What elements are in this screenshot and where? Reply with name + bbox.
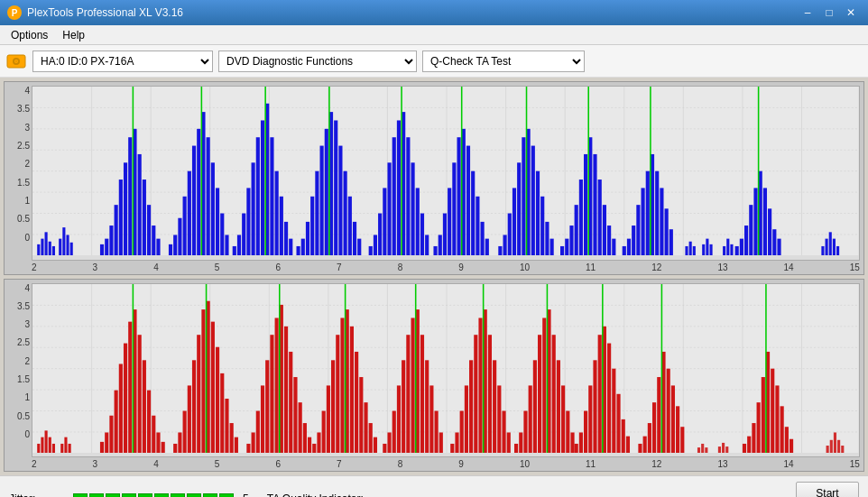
svg-rect-180 [693, 246, 696, 255]
svg-rect-315 [538, 335, 541, 453]
svg-rect-156 [627, 239, 631, 256]
svg-rect-54 [188, 171, 191, 256]
menu-options[interactable]: Options [4, 27, 55, 43]
function-select[interactable]: DVD Diagnostic Functions [218, 51, 417, 72]
svg-rect-96 [338, 146, 342, 256]
svg-rect-322 [570, 432, 574, 453]
svg-rect-357 [757, 402, 761, 453]
svg-rect-119 [448, 188, 451, 255]
svg-rect-246 [256, 410, 260, 453]
maximize-button[interactable]: □ [819, 5, 839, 21]
svg-rect-245 [252, 432, 255, 453]
svg-rect-163 [660, 188, 663, 255]
menu-help[interactable]: Help [55, 27, 92, 43]
svg-rect-352 [722, 442, 725, 452]
drive-select[interactable]: HA:0 ID:0 PX-716A [32, 51, 213, 72]
test-select[interactable]: Q-Check TA Test [422, 51, 585, 72]
svg-rect-167 [735, 246, 739, 255]
svg-rect-345 [676, 406, 679, 453]
svg-rect-325 [579, 432, 583, 453]
svg-rect-361 [775, 385, 779, 453]
svg-rect-56 [197, 129, 200, 256]
svg-rect-174 [768, 208, 771, 255]
svg-rect-188 [826, 239, 828, 256]
svg-rect-165 [669, 229, 673, 255]
svg-rect-287 [406, 335, 410, 453]
svg-rect-175 [772, 229, 776, 255]
svg-rect-149 [593, 154, 596, 255]
jitter-bar-3 [106, 493, 120, 498]
bottom-chart-svg [32, 284, 859, 453]
svg-rect-273 [340, 318, 344, 453]
svg-rect-67 [246, 188, 250, 255]
menu-bar: Options Help [0, 25, 868, 45]
svg-rect-313 [529, 385, 532, 453]
svg-rect-277 [359, 377, 363, 453]
top-chart-x-axis: 2 3 4 5 6 7 8 9 10 11 12 13 14 15 [5, 261, 863, 274]
svg-rect-235 [201, 309, 205, 453]
svg-rect-84 [62, 227, 65, 255]
svg-rect-53 [183, 197, 187, 256]
svg-rect-312 [523, 410, 527, 453]
top-chart-y-axis: 4 3.5 3 2.5 2 1.5 1 0.5 0 [6, 86, 32, 243]
svg-rect-302 [478, 318, 482, 453]
minimize-button[interactable]: – [798, 5, 817, 21]
jitter-bar-2 [89, 493, 104, 498]
svg-rect-173 [763, 188, 767, 255]
svg-rect-244 [246, 443, 250, 452]
svg-rect-158 [636, 205, 640, 255]
svg-rect-107 [392, 137, 396, 255]
svg-rect-263 [52, 443, 55, 452]
svg-rect-254 [293, 377, 297, 453]
svg-rect-79 [41, 239, 43, 256]
svg-rect-320 [561, 385, 565, 453]
svg-rect-137 [536, 171, 540, 256]
svg-rect-288 [411, 318, 414, 453]
svg-rect-271 [331, 360, 335, 453]
svg-rect-259 [37, 443, 40, 452]
svg-rect-111 [411, 162, 414, 255]
svg-rect-311 [519, 432, 522, 453]
svg-rect-144 [569, 225, 573, 255]
svg-rect-140 [550, 239, 554, 256]
bottom-panel: Jitter: 5 Peak Shift: [0, 475, 868, 497]
svg-rect-151 [603, 205, 606, 255]
close-button[interactable]: ✕ [841, 5, 861, 21]
svg-rect-93 [325, 129, 328, 256]
svg-rect-74 [280, 197, 283, 256]
svg-rect-240 [225, 398, 228, 452]
svg-rect-46 [147, 205, 151, 255]
jitter-bar-10 [219, 493, 234, 498]
svg-rect-162 [655, 171, 659, 256]
svg-rect-230 [178, 432, 181, 453]
app-title: PlexTools Professional XL V3.16 [27, 6, 183, 19]
svg-rect-40 [119, 179, 123, 255]
svg-rect-305 [493, 360, 496, 453]
svg-rect-335 [626, 436, 630, 453]
svg-rect-116 [433, 246, 437, 255]
start-button[interactable]: Start [796, 482, 859, 498]
svg-rect-256 [303, 423, 307, 453]
svg-rect-269 [322, 410, 326, 453]
svg-rect-113 [420, 214, 424, 256]
svg-rect-327 [588, 385, 592, 453]
svg-rect-114 [425, 235, 429, 255]
svg-rect-129 [498, 246, 502, 255]
svg-rect-145 [575, 205, 578, 255]
svg-rect-354 [743, 443, 746, 452]
svg-rect-319 [557, 360, 560, 453]
svg-rect-234 [197, 335, 200, 453]
svg-rect-341 [657, 377, 660, 453]
svg-rect-81 [49, 242, 51, 256]
svg-rect-181 [702, 244, 705, 255]
svg-rect-60 [216, 188, 219, 255]
svg-rect-218 [119, 364, 123, 453]
svg-rect-293 [435, 410, 439, 453]
svg-rect-262 [49, 437, 51, 453]
svg-rect-164 [665, 208, 669, 255]
svg-rect-253 [289, 351, 292, 452]
svg-rect-267 [312, 443, 316, 452]
svg-rect-326 [584, 410, 587, 453]
main-content: 4 3.5 3 2.5 2 1.5 1 0.5 0 [0, 78, 868, 475]
svg-rect-292 [429, 385, 433, 453]
